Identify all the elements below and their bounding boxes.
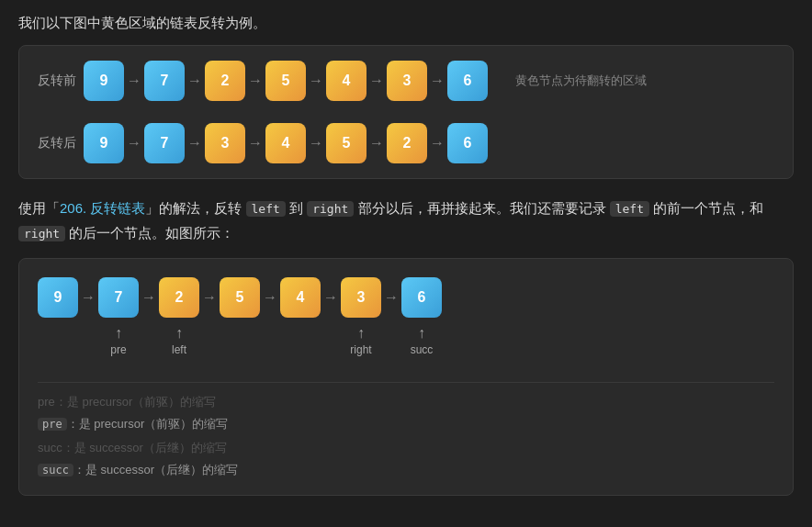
node-b4: 5 xyxy=(265,61,306,101)
after-label: 反转后 xyxy=(38,135,84,151)
arrow: → xyxy=(367,135,387,151)
intro-text: 我们以下图中黄色区域的链表反转为例。 xyxy=(18,15,794,32)
node-b3: 2 xyxy=(205,61,245,101)
right-label: right xyxy=(350,343,371,356)
left-label: left xyxy=(172,343,186,356)
d2-arrow: → xyxy=(199,289,220,306)
note-pre-code: pre xyxy=(38,418,67,431)
right-up-arrow: ↑ xyxy=(357,325,365,342)
notes-section: pre：是 precursor（前驱）的缩写 pre：是 precursor（前… xyxy=(38,382,774,480)
node-a2: 7 xyxy=(144,123,185,163)
node-a4: 4 xyxy=(265,123,306,163)
node-b5: 4 xyxy=(326,61,367,101)
d2-arrow: → xyxy=(78,289,98,306)
second-diagram-box: 9 → 7 → 2 → 5 → 4 → 3 → 6 ↑ pre ↑ left ↑… xyxy=(18,258,794,496)
left-tag-2: left xyxy=(610,201,649,217)
after-row: 反转后 9 → 7 → 3 → 4 → 5 → 2 → 6 xyxy=(38,123,774,163)
pointer-row: ↑ pre ↑ left ↑ right ↑ succ xyxy=(38,325,774,369)
pre-pointer: ↑ pre xyxy=(98,325,139,356)
node-b1: 9 xyxy=(84,61,124,101)
arrow: → xyxy=(306,135,326,151)
arrow: → xyxy=(427,73,447,89)
para-s1: 」的解法，反转 xyxy=(145,200,245,216)
arrow: → xyxy=(185,135,205,151)
note-line-pre: pre：是 precursor（前驱）的缩写 xyxy=(38,392,774,412)
d2-node-1: 9 xyxy=(38,277,78,318)
node-a5: 5 xyxy=(326,123,367,163)
d2-arrow: → xyxy=(381,289,401,306)
node-a1: 9 xyxy=(84,123,124,163)
succ-pointer: ↑ succ xyxy=(401,325,442,356)
arrow: → xyxy=(185,73,205,89)
right-tag-2: right xyxy=(18,226,65,241)
note-succ-code: succ xyxy=(38,464,73,477)
arrow: → xyxy=(124,73,144,89)
succ-label: succ xyxy=(411,343,434,356)
node-a7: 6 xyxy=(447,123,488,163)
d2-node-7: 6 xyxy=(401,277,442,318)
first-diagram-box: 反转前 9 → 7 → 2 → 5 → 4 → 3 → 6 黄色节点为待翻转的区… xyxy=(18,45,794,179)
note-pre-text: ：是 precursor（前驱）的缩写 xyxy=(67,417,229,431)
d2-arrow: → xyxy=(260,289,280,306)
para-s4: 的前一个节点，和 xyxy=(649,200,763,216)
node-a6: 2 xyxy=(387,123,427,163)
node-b7: 6 xyxy=(447,61,488,101)
before-label: 反转前 xyxy=(38,73,84,89)
after-nodes: 9 → 7 → 3 → 4 → 5 → 2 → 6 xyxy=(84,123,488,163)
d2-node-3: 2 xyxy=(159,277,199,318)
note-pre-dim: pre：是 precursor（前驱）的缩写 xyxy=(38,395,216,409)
note-succ-text: ：是 successor（后继）的缩写 xyxy=(73,463,238,477)
before-row: 反转前 9 → 7 → 2 → 5 → 4 → 3 → 6 黄色节点为待翻转的区… xyxy=(38,61,774,101)
note-succ-dim: succ：是 successor（后继）的缩写 xyxy=(38,441,227,454)
d2-node-4: 5 xyxy=(220,277,260,318)
d2-node-5: 4 xyxy=(280,277,321,318)
diagram2-nodes-row: 9 → 7 → 2 → 5 → 4 → 3 → 6 xyxy=(38,277,774,318)
right-pointer: ↑ right xyxy=(341,325,381,356)
arrow: → xyxy=(427,135,447,151)
left-up-arrow: ↑ xyxy=(175,325,183,342)
para-s5: 的后一个节点。如图所示： xyxy=(65,225,234,241)
d2-arrow: → xyxy=(321,289,341,306)
arrow: → xyxy=(124,135,144,151)
note-line-pre-main: pre：是 precursor（前驱）的缩写 xyxy=(38,414,774,434)
node-a3: 3 xyxy=(205,123,245,163)
note-line-succ-main: succ：是 successor（后继）的缩写 xyxy=(38,460,774,480)
legend-text: 黄色节点为待翻转的区域 xyxy=(515,73,647,89)
middle-para: 使用「206. 反转链表」的解法，反转 left 到 right 部分以后，再拼… xyxy=(18,196,794,245)
arrow: → xyxy=(245,135,265,151)
arrow: → xyxy=(306,73,326,89)
left-tag-1: left xyxy=(246,201,286,217)
d2-arrow: → xyxy=(139,289,159,306)
d2-node-6: 3 xyxy=(341,277,381,318)
link-206[interactable]: 206. 反转链表 xyxy=(60,200,145,216)
pre-up-arrow: ↑ xyxy=(115,325,122,342)
node-b2: 7 xyxy=(144,61,185,101)
arrow: → xyxy=(367,73,387,89)
note-line-succ-dim: succ：是 successor（后继）的缩写 xyxy=(38,438,774,458)
right-tag-1: right xyxy=(307,201,354,217)
succ-up-arrow: ↑ xyxy=(418,325,425,342)
d2-node-2: 7 xyxy=(98,277,139,318)
para-s3: 部分以后，再拼接起来。我们还需要记录 xyxy=(354,200,609,216)
node-b6: 3 xyxy=(387,61,427,101)
before-nodes: 9 → 7 → 2 → 5 → 4 → 3 → 6 xyxy=(84,61,488,101)
left-pointer: ↑ left xyxy=(159,325,199,356)
para-prefix: 使用「 xyxy=(18,200,60,216)
arrow: → xyxy=(245,73,265,89)
para-s2: 到 xyxy=(286,200,307,216)
pre-label: pre xyxy=(110,343,126,356)
